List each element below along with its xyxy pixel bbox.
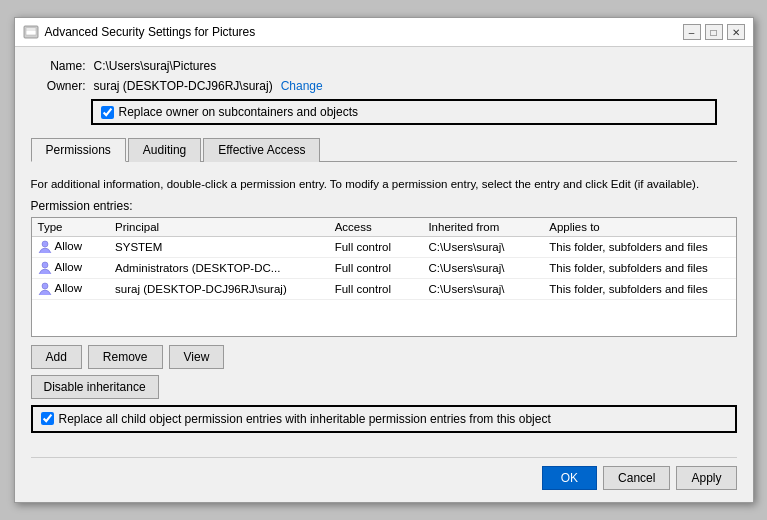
svg-rect-1	[26, 28, 36, 35]
window-content: Name: C:\Users\suraj\Pictures Owner: sur…	[15, 47, 753, 501]
table-row[interactable]: AllowSYSTEMFull controlC:\Users\suraj\Th…	[32, 236, 736, 257]
title-bar: Advanced Security Settings for Pictures …	[15, 18, 753, 47]
main-window: Advanced Security Settings for Pictures …	[14, 17, 754, 502]
cell-applies: This folder, subfolders and files	[543, 236, 735, 257]
col-type: Type	[32, 218, 110, 237]
col-principal: Principal	[109, 218, 329, 237]
cell-principal: Administrators (DESKTOP-DC...	[109, 257, 329, 278]
cell-principal: suraj (DESKTOP-DCJ96RJ\suraj)	[109, 278, 329, 299]
cell-access: Full control	[329, 278, 423, 299]
replace-owner-checkbox[interactable]	[101, 106, 114, 119]
permissions-table: Type Principal Access Inherited from App…	[32, 218, 736, 300]
tab-permissions[interactable]: Permissions	[31, 138, 126, 162]
name-label: Name:	[31, 59, 86, 73]
replace-owner-label: Replace owner on subcontainers and objec…	[119, 105, 358, 119]
maximize-button[interactable]: □	[705, 24, 723, 40]
action-buttons: Add Remove View	[31, 345, 737, 369]
col-applies: Applies to	[543, 218, 735, 237]
tab-bar: Permissions Auditing Effective Access	[31, 137, 737, 162]
col-inherited: Inherited from	[422, 218, 543, 237]
replace-all-label: Replace all child object permission entr…	[59, 412, 551, 426]
replace-owner-row: Replace owner on subcontainers and objec…	[91, 99, 717, 125]
cell-principal: SYSTEM	[109, 236, 329, 257]
view-button[interactable]: View	[169, 345, 225, 369]
svg-point-5	[42, 283, 48, 289]
table-row[interactable]: Allowsuraj (DESKTOP-DCJ96RJ\suraj)Full c…	[32, 278, 736, 299]
cell-type: Allow	[32, 278, 110, 299]
replace-all-checkbox[interactable]	[41, 412, 54, 425]
cell-type: Allow	[32, 236, 110, 257]
add-button[interactable]: Add	[31, 345, 82, 369]
table-row[interactable]: AllowAdministrators (DESKTOP-DC...Full c…	[32, 257, 736, 278]
owner-label: Owner:	[31, 79, 86, 93]
cell-applies: This folder, subfolders and files	[543, 257, 735, 278]
ok-button[interactable]: OK	[542, 466, 597, 490]
perm-entries-label: Permission entries:	[31, 199, 737, 213]
owner-value: suraj (DESKTOP-DCJ96RJ\suraj)	[94, 79, 273, 93]
cell-access: Full control	[329, 236, 423, 257]
window-title: Advanced Security Settings for Pictures	[45, 25, 256, 39]
cell-inherited: C:\Users\suraj\	[422, 236, 543, 257]
close-button[interactable]: ✕	[727, 24, 745, 40]
cell-inherited: C:\Users\suraj\	[422, 257, 543, 278]
disable-inheritance-button[interactable]: Disable inheritance	[31, 375, 159, 399]
change-owner-link[interactable]: Change	[281, 79, 323, 93]
name-value: C:\Users\suraj\Pictures	[94, 59, 217, 73]
col-access: Access	[329, 218, 423, 237]
cancel-button[interactable]: Cancel	[603, 466, 670, 490]
apply-button[interactable]: Apply	[676, 466, 736, 490]
table-header-row: Type Principal Access Inherited from App…	[32, 218, 736, 237]
tab-effective-access[interactable]: Effective Access	[203, 138, 320, 162]
cell-inherited: C:\Users\suraj\	[422, 278, 543, 299]
minimize-button[interactable]: –	[683, 24, 701, 40]
tab-content: For additional information, double-click…	[31, 168, 737, 440]
cell-access: Full control	[329, 257, 423, 278]
owner-row: Owner: suraj (DESKTOP-DCJ96RJ\suraj) Cha…	[31, 79, 737, 93]
cell-applies: This folder, subfolders and files	[543, 278, 735, 299]
remove-button[interactable]: Remove	[88, 345, 163, 369]
svg-point-3	[42, 241, 48, 247]
window-controls: – □ ✕	[683, 24, 745, 40]
cell-type: Allow	[32, 257, 110, 278]
tab-auditing[interactable]: Auditing	[128, 138, 201, 162]
replace-all-row: Replace all child object permission entr…	[31, 405, 737, 433]
info-text: For additional information, double-click…	[31, 176, 737, 192]
window-icon	[23, 24, 39, 40]
permissions-table-container[interactable]: Type Principal Access Inherited from App…	[31, 217, 737, 337]
bottom-buttons: OK Cancel Apply	[31, 457, 737, 490]
svg-point-4	[42, 262, 48, 268]
name-row: Name: C:\Users\suraj\Pictures	[31, 59, 737, 73]
